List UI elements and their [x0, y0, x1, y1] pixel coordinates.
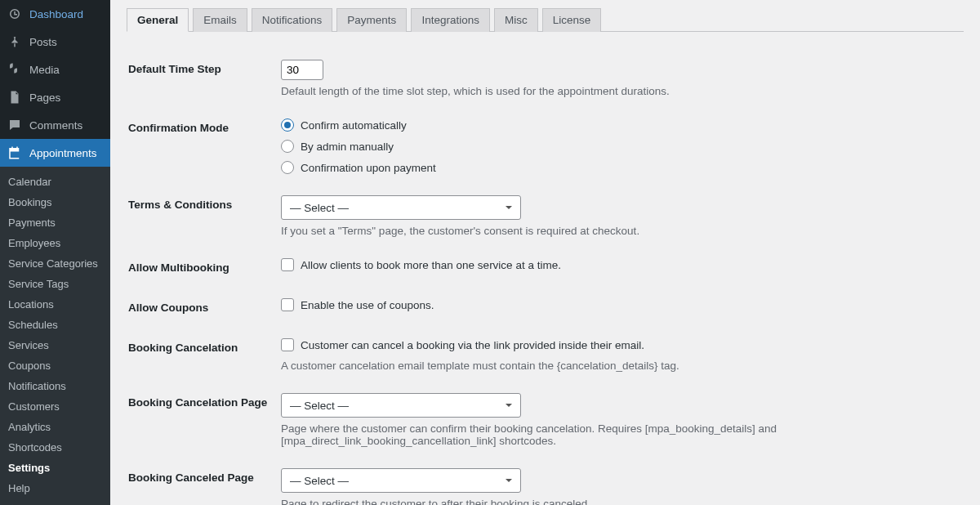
- sidebar-item-posts[interactable]: Posts: [0, 28, 110, 56]
- submenu-item-bookings[interactable]: Bookings: [0, 192, 110, 212]
- label-coupons: Allow Coupons: [128, 288, 279, 327]
- admin-sidebar: Dashboard Posts Media Pages Comments App…: [0, 0, 110, 505]
- terms-desc: If you set a "Terms" page, the customer'…: [281, 225, 954, 237]
- label-confirm-mode: Confirmation Mode: [128, 109, 279, 184]
- radio-label: By admin manually: [301, 141, 394, 153]
- submenu-item-coupons[interactable]: Coupons: [0, 355, 110, 376]
- label-time-step: Default Time Step: [128, 50, 279, 107]
- sidebar-submenu: Calendar Bookings Payments Employees Ser…: [0, 167, 110, 505]
- label-cancel-page: Booking Cancelation Page: [128, 383, 279, 457]
- tab-general[interactable]: General: [127, 8, 189, 32]
- submenu-item-settings[interactable]: Settings: [0, 458, 110, 478]
- label-booking-cancelation: Booking Cancelation: [128, 328, 279, 382]
- submenu-item-calendar[interactable]: Calendar: [0, 172, 110, 192]
- comment-icon: [7, 117, 23, 133]
- submenu-item-customers[interactable]: Customers: [0, 396, 110, 417]
- submenu-item-help[interactable]: Help: [0, 478, 110, 498]
- sidebar-item-pages[interactable]: Pages: [0, 83, 110, 111]
- media-icon: [7, 61, 23, 78]
- sidebar-item-dashboard[interactable]: Dashboard: [0, 0, 110, 28]
- sidebar-item-label: Media: [29, 64, 60, 76]
- radio-label: Confirm automatically: [301, 119, 407, 132]
- tab-integrations[interactable]: Integrations: [411, 8, 490, 32]
- tab-payments[interactable]: Payments: [336, 8, 407, 32]
- main-content: General Emails Notifications Payments In…: [110, 0, 980, 505]
- submenu-item-schedules[interactable]: Schedules: [0, 315, 110, 335]
- tab-misc[interactable]: Misc: [494, 8, 538, 32]
- coupons-check-row[interactable]: Enable the use of coupons.: [281, 298, 954, 311]
- canceled-page-select[interactable]: — Select —: [281, 468, 521, 493]
- submenu-item-service-tags[interactable]: Service Tags: [0, 274, 110, 294]
- submenu-item-extensions[interactable]: ✦ Extensions: [0, 498, 110, 505]
- calendar-icon: [7, 145, 23, 161]
- checkbox-icon[interactable]: [281, 338, 294, 351]
- canceled-page-desc: Page to redirect the customer to after t…: [281, 498, 954, 505]
- submenu-item-shortcodes[interactable]: Shortcodes: [0, 437, 110, 458]
- sidebar-item-media[interactable]: Media: [0, 56, 110, 83]
- cancel-page-select[interactable]: — Select —: [281, 393, 521, 418]
- submenu-item-services[interactable]: Services: [0, 335, 110, 355]
- sidebar-item-label: Comments: [29, 119, 82, 132]
- time-step-desc: Default length of the time slot step, wh…: [281, 85, 954, 97]
- page-icon: [7, 89, 23, 105]
- terms-select[interactable]: — Select —: [281, 195, 521, 220]
- time-step-input[interactable]: [281, 60, 323, 80]
- checkbox-label: Customer can cancel a booking via the li…: [301, 339, 644, 351]
- tab-emails[interactable]: Emails: [193, 8, 247, 32]
- submenu-item-service-categories[interactable]: Service Categories: [0, 253, 110, 274]
- sidebar-item-label: Posts: [29, 36, 57, 48]
- cancelation-check-row[interactable]: Customer can cancel a booking via the li…: [281, 338, 954, 351]
- checkbox-label: Allow clients to book more than one serv…: [301, 259, 561, 271]
- sidebar-item-appointments[interactable]: Appointments: [0, 139, 110, 167]
- label-terms: Terms & Conditions: [128, 185, 279, 247]
- cancelation-desc: A customer cancelation email template mu…: [281, 360, 954, 372]
- checkbox-icon[interactable]: [281, 298, 294, 311]
- checkbox-label: Enable the use of coupons.: [301, 299, 434, 311]
- sidebar-item-label: Appointments: [29, 147, 97, 159]
- multibooking-check-row[interactable]: Allow clients to book more than one serv…: [281, 258, 954, 271]
- submenu-item-notifications[interactable]: Notifications: [0, 376, 110, 396]
- label-canceled-page: Booking Canceled Page: [128, 458, 279, 505]
- settings-tabs: General Emails Notifications Payments In…: [127, 8, 964, 32]
- label-multibooking: Allow Multibooking: [128, 248, 279, 287]
- submenu-item-locations[interactable]: Locations: [0, 294, 110, 315]
- radio-icon[interactable]: [281, 161, 294, 174]
- confirm-option-payment[interactable]: Confirmation upon payment: [281, 161, 954, 174]
- dashboard-icon: [7, 6, 23, 22]
- tab-notifications[interactable]: Notifications: [252, 8, 333, 32]
- radio-icon[interactable]: [281, 140, 294, 153]
- confirm-option-admin[interactable]: By admin manually: [281, 140, 954, 153]
- pin-icon: [7, 34, 23, 50]
- sidebar-item-label: Dashboard: [29, 8, 83, 20]
- cancel-page-desc: Page where the customer can confirm thei…: [281, 422, 954, 447]
- sidebar-item-label: Pages: [29, 92, 60, 104]
- submenu-item-analytics[interactable]: Analytics: [0, 417, 110, 437]
- radio-label: Confirmation upon payment: [301, 162, 436, 174]
- radio-icon[interactable]: [281, 118, 294, 132]
- sidebar-item-comments[interactable]: Comments: [0, 111, 110, 139]
- submenu-item-employees[interactable]: Employees: [0, 233, 110, 253]
- checkbox-icon[interactable]: [281, 258, 294, 271]
- confirm-option-auto[interactable]: Confirm automatically: [281, 118, 954, 132]
- submenu-item-payments[interactable]: Payments: [0, 212, 110, 233]
- tab-license[interactable]: License: [542, 8, 602, 32]
